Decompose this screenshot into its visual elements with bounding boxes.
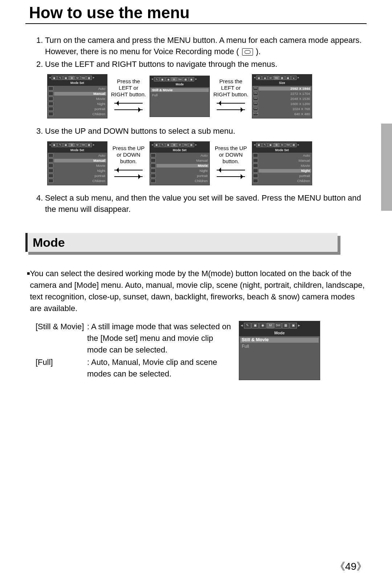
step-text: Turn on the camera and press the MENU bu… xyxy=(45,36,362,56)
step-1: 1. Turn on the camera and press the MENU… xyxy=(36,35,367,57)
updown-arrows-icon xyxy=(114,167,143,181)
step-text: Use the UP and DOWN buttons to select a … xyxy=(45,126,235,137)
tab-bar: ◂ ▣ ✎ ▣ ✿ M 5M ▦ ▸ xyxy=(48,74,107,81)
caption: Press the UP or DOWN button. xyxy=(110,145,147,165)
size-badge: 4M xyxy=(253,92,258,96)
tab-icon: ▦ xyxy=(282,323,289,329)
tab-icon: M xyxy=(268,76,273,80)
page-title: How to use the menu xyxy=(29,4,367,22)
tab-icon: M xyxy=(75,76,80,80)
screen-size: ◂ ▣ ◉ M 5M ▦ ▣ ▸ ▸ Size 5M2592 X 1944 4M… xyxy=(252,74,312,118)
menu-item: Children xyxy=(156,179,209,183)
tab-icon: ▦ xyxy=(183,77,188,81)
chevron-left-icon: ◂ xyxy=(48,76,51,80)
menu-item: Night xyxy=(54,169,106,173)
lr-screen-row: ◂ ▣ ✎ ▣ ✿ M 5M ▦ ▸ Mode Set Auto Manual … xyxy=(47,74,367,118)
step-2: 2. Use the LEFT and RIGHT buttons to nav… xyxy=(36,59,367,70)
step-text: Select a sub menu, and then the value yo… xyxy=(45,193,367,215)
menu-item: Movie xyxy=(54,164,106,168)
updown-arrows-icon xyxy=(217,167,245,181)
tab-icon: ✎ xyxy=(154,77,159,81)
steps-list: 1. Turn on the camera and press the MENU… xyxy=(36,35,367,70)
bullet-icon: ■ xyxy=(27,268,30,314)
menu-item: Night xyxy=(54,102,106,106)
menu-item: Full xyxy=(240,344,319,349)
caption: Press the LEFT or RIGHT button. xyxy=(212,78,250,98)
menu-item: 2272 X 1704 xyxy=(259,92,311,96)
chevron-left-icon: ◂ xyxy=(253,76,256,80)
mode-bullet: ■ You can select the desired working mod… xyxy=(27,268,367,314)
screen-modeset-movie: ◂▣✎▣✿M5M▦▸ Mode Set Auto Manual Movie Ni… xyxy=(150,141,210,185)
steps-list-3: 4. Select a sub menu, and then the value… xyxy=(36,193,367,215)
screen-title: Mode Set xyxy=(150,148,209,153)
menu-item: 1600 X 1200 xyxy=(259,102,311,106)
caption: Press the LEFT or RIGHT button. xyxy=(110,78,147,98)
menu-item-selected: Manual xyxy=(54,159,106,162)
size-badge: 5M xyxy=(253,86,258,90)
title-rule xyxy=(25,23,367,24)
screen-modeset-manual: ◂ ▣ ✎ ▣ ✿ M 5M ▦ ▸ Mode Set Auto Manual … xyxy=(47,74,107,118)
tab-icon: ◉ xyxy=(262,76,268,80)
step-number: 1. xyxy=(36,35,45,57)
page-number: 《49》 xyxy=(335,560,367,573)
screen-title: Size xyxy=(252,81,312,85)
tab-icon: ◉ xyxy=(166,77,171,81)
size-badge: 2M xyxy=(253,102,258,106)
step-text: Use the LEFT and RIGHT buttons to naviga… xyxy=(45,59,277,70)
tab-bar: ◂ ✎ ▣ ◉ M 5M ▦ ▣ ▸ xyxy=(239,321,320,330)
menu-item-selected: Movie xyxy=(156,164,209,168)
chevron-left-icon: ◂ xyxy=(151,77,154,81)
step-number: 4. xyxy=(36,193,45,215)
step-text-b: ). xyxy=(256,47,261,56)
menu-item: portrait xyxy=(54,174,106,178)
size-badge: 3M xyxy=(253,97,258,101)
menu-item: Children xyxy=(54,179,106,183)
step-3: 3. Use the UP and DOWN buttons to select… xyxy=(36,126,367,137)
menu-item: Auto xyxy=(54,154,106,157)
tab-icon: ✎ xyxy=(57,76,63,80)
tab-bar: ◂ ✎ ▣ ◉ M 5M ▦ ▣ ▸ xyxy=(150,76,209,82)
tab-icon: ▣ xyxy=(63,76,69,80)
tab-icon-active: M xyxy=(171,77,177,81)
tab-icon-active: ✿ xyxy=(69,76,74,80)
menu-item: 2048 X 1536 xyxy=(259,97,311,101)
mode-definitions: [Still & Movie] : A still image mode tha… xyxy=(36,321,367,380)
menu-item: Movie xyxy=(54,97,106,101)
screen-title: Mode xyxy=(239,330,320,336)
screen-title: Mode Set xyxy=(48,148,107,153)
menu-item: Night xyxy=(156,169,209,173)
def-text: : A still image mode that was selected o… xyxy=(87,321,232,356)
tab-icon: ▣ xyxy=(160,77,165,81)
menu-item: portrait xyxy=(156,174,209,178)
tab-icon: ▣ xyxy=(189,77,194,81)
tab-icon: ▸ xyxy=(291,76,297,80)
menu-item-selected: Night xyxy=(259,169,311,173)
voice-recording-icon xyxy=(242,48,253,56)
lr-caption-arrows: Press the LEFT or RIGHT button. xyxy=(110,78,147,114)
menu-item-selected: Still & Movie xyxy=(240,338,319,343)
tab-icon: ▦ xyxy=(86,76,92,80)
ud-caption-arrows: Press the UP or DOWN button. xyxy=(110,145,147,181)
lr-caption-arrows-2: Press the LEFT or RIGHT button. xyxy=(212,78,250,114)
def-term: [Still & Movie] xyxy=(36,321,87,356)
screen-mode-large: ◂ ✎ ▣ ◉ M 5M ▦ ▣ ▸ Mode Still & Movie Fu… xyxy=(239,321,320,380)
ud-caption-arrows-2: Press the UP or DOWN button. xyxy=(212,145,250,181)
menu-item: Manual xyxy=(156,159,209,162)
menu-item: Children xyxy=(54,112,106,116)
caption: Press the UP or DOWN button. xyxy=(212,145,250,165)
screen-title: Mode xyxy=(150,82,209,87)
ud-screen-row: ◂▣✎▣✿M5M▦▸ Mode Set Auto Manual Movie Ni… xyxy=(47,141,367,185)
tab-icon: ◉ xyxy=(259,323,266,329)
side-tab xyxy=(381,124,392,211)
menu-item-selected: Manual xyxy=(54,92,106,96)
bullet-text: You can select the desired working mode … xyxy=(30,268,367,314)
menu-item: Children xyxy=(259,179,311,183)
section-header-mode: Mode xyxy=(25,233,367,255)
tab-icon: ▣ xyxy=(290,323,297,329)
tab-icon: ▣ xyxy=(52,76,57,80)
screen-modeset-night: ◂▣✎▣✿M5M▦▸ Mode Set Auto Manual Movie Ni… xyxy=(252,141,312,185)
tab-icon: ✎ xyxy=(244,323,251,329)
size-badge: 1M xyxy=(253,107,258,111)
menu-item: Auto xyxy=(259,154,311,157)
menu-item: Auto xyxy=(156,154,209,157)
